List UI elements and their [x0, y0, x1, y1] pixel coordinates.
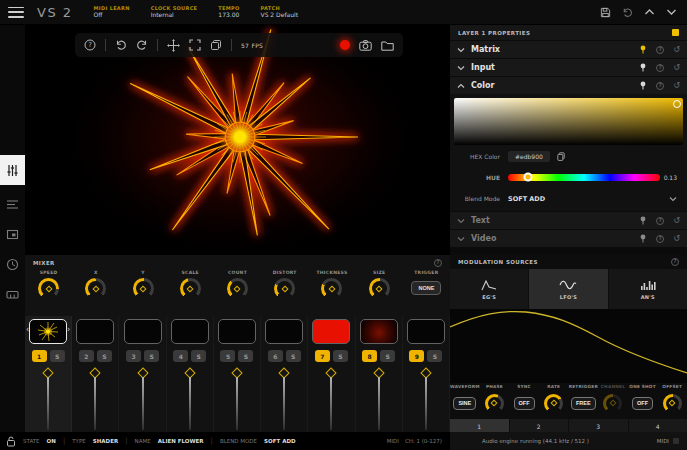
- slot-3-button[interactable]: 3: [126, 350, 141, 362]
- slot-5-fader[interactable]: [214, 366, 260, 432]
- help-icon[interactable]: ?: [84, 39, 96, 51]
- section-matrix[interactable]: Matrix ? ↺: [450, 41, 687, 58]
- chevron-down-icon[interactable]: [457, 65, 465, 71]
- slot-9[interactable]: 9S: [403, 316, 450, 432]
- thickness-knob[interactable]: [321, 278, 342, 299]
- slot-9-solo-button[interactable]: S: [427, 350, 442, 362]
- slot-3-solo-button[interactable]: S: [144, 350, 159, 362]
- pin-icon[interactable]: [639, 81, 647, 90]
- slot-6[interactable]: 6S: [261, 316, 308, 432]
- waveform-select-button[interactable]: SINE: [453, 397, 476, 410]
- fullscreen-icon[interactable]: [189, 39, 201, 51]
- section-text[interactable]: Text ? ↺: [450, 212, 687, 229]
- pin-icon[interactable]: [639, 234, 647, 243]
- slot-6-thumbnail[interactable]: [265, 319, 303, 344]
- hue-slider[interactable]: [508, 174, 660, 181]
- distort-knob[interactable]: [274, 278, 295, 299]
- slot-3-thumbnail[interactable]: [124, 319, 162, 344]
- tab-egs[interactable]: EG'S: [450, 269, 528, 309]
- menu-icon[interactable]: [8, 7, 24, 18]
- slot-9-thumbnail[interactable]: [407, 319, 445, 344]
- layer-color-swatch[interactable]: [672, 29, 679, 36]
- hex-color-value[interactable]: #edb900: [508, 151, 550, 162]
- lfo-page-2[interactable]: 2: [510, 419, 569, 433]
- saturation-brightness-picker[interactable]: [454, 98, 683, 145]
- lfo-page-1[interactable]: 1: [450, 419, 509, 433]
- slot-2-thumbnail[interactable]: [76, 319, 114, 344]
- offset-knob[interactable]: [663, 394, 682, 413]
- phase-knob[interactable]: [485, 394, 504, 413]
- slot-4-thumbnail[interactable]: [171, 319, 209, 344]
- section-color[interactable]: Color ? ↺: [450, 77, 687, 94]
- tempo-field[interactable]: TEMPO 173.00: [218, 5, 239, 19]
- pan-move-icon[interactable]: [167, 39, 180, 52]
- slot-9-button[interactable]: 9: [409, 350, 424, 362]
- slot-8-solo-button[interactable]: S: [380, 350, 395, 362]
- slot-5[interactable]: 5S: [214, 316, 261, 432]
- sidebar-item-media[interactable]: [0, 221, 25, 247]
- slot-4-button[interactable]: 4: [173, 350, 188, 362]
- lfo-waveform-display[interactable]: [450, 309, 687, 383]
- hue-slider-handle[interactable]: [523, 173, 532, 182]
- slot-4[interactable]: 4S: [167, 316, 214, 432]
- scale-knob[interactable]: [180, 278, 201, 299]
- tab-lfos[interactable]: LFO'S: [529, 269, 607, 309]
- slot-9-fader[interactable]: [403, 366, 449, 432]
- slot-5-solo-button[interactable]: S: [238, 350, 253, 362]
- y-knob[interactable]: [133, 278, 154, 299]
- state-value[interactable]: ON: [47, 438, 56, 444]
- pin-icon[interactable]: [639, 45, 647, 54]
- tab-ans[interactable]: AN'S: [609, 269, 687, 309]
- slot-4-fader[interactable]: [167, 366, 213, 432]
- lfo-page-4[interactable]: 4: [629, 419, 687, 433]
- render-viewport[interactable]: ? 57 FPS: [25, 25, 450, 255]
- lfo-page-3[interactable]: 3: [569, 419, 628, 433]
- save-icon[interactable]: [600, 7, 611, 18]
- slot-7-solo-button[interactable]: S: [333, 350, 348, 362]
- slot-6-solo-button[interactable]: S: [286, 350, 301, 362]
- reset-icon[interactable]: ↺: [673, 46, 680, 54]
- retrigger-button[interactable]: FREE: [571, 397, 596, 410]
- help-icon[interactable]: ?: [656, 64, 664, 72]
- x-knob[interactable]: [85, 278, 106, 299]
- slot-2-fader[interactable]: [72, 366, 118, 432]
- section-input[interactable]: Input ? ↺: [450, 59, 687, 76]
- section-video[interactable]: Video ? ↺: [450, 230, 687, 247]
- channel-knob[interactable]: [603, 394, 622, 413]
- sidebar-item-keyboard[interactable]: [0, 281, 25, 307]
- trigger-mode-button[interactable]: NONE: [411, 281, 441, 295]
- slot-7-fader[interactable]: [308, 366, 354, 432]
- slot-1-thumbnail[interactable]: [29, 319, 67, 344]
- size-knob[interactable]: [369, 278, 390, 299]
- slot-3-fader[interactable]: [119, 366, 165, 432]
- slot-1[interactable]: ‹ › 1 S: [25, 316, 72, 432]
- undo-icon[interactable]: [622, 7, 633, 18]
- slot-5-thumbnail[interactable]: [218, 319, 256, 344]
- slot-5-button[interactable]: 5: [220, 350, 235, 362]
- midi-learn-field[interactable]: MIDI LEARN Off: [94, 5, 130, 19]
- rate-knob[interactable]: [544, 394, 563, 413]
- next-arrow-icon[interactable]: ›: [67, 326, 70, 334]
- reset-icon[interactable]: ↺: [673, 64, 680, 72]
- folder-icon[interactable]: [381, 40, 394, 51]
- camera-snapshot-icon[interactable]: [359, 40, 372, 51]
- undo-icon[interactable]: [115, 39, 127, 51]
- slot-2[interactable]: 2S: [72, 316, 119, 432]
- record-button[interactable]: [340, 40, 350, 50]
- blend-mode-value[interactable]: SOFT ADD: [264, 438, 295, 444]
- help-icon[interactable]: ?: [656, 235, 664, 243]
- type-value[interactable]: SHADER: [93, 438, 118, 444]
- lock-icon[interactable]: [6, 436, 16, 447]
- help-icon[interactable]: ?: [671, 258, 679, 266]
- slot-6-button[interactable]: 6: [268, 350, 283, 362]
- slot-8-button[interactable]: 8: [362, 350, 377, 362]
- speed-knob[interactable]: [38, 278, 59, 299]
- slot-8-thumbnail[interactable]: [360, 319, 398, 344]
- slot-7-thumbnail[interactable]: [312, 319, 350, 344]
- chevron-up-icon[interactable]: [644, 8, 655, 16]
- chevron-down-icon[interactable]: [457, 218, 465, 224]
- slot-7[interactable]: 7S: [308, 316, 355, 432]
- slot-2-button[interactable]: 2: [79, 350, 94, 362]
- name-value[interactable]: ALIEN FLOWER: [158, 438, 204, 444]
- slot-1-fader[interactable]: [25, 366, 71, 432]
